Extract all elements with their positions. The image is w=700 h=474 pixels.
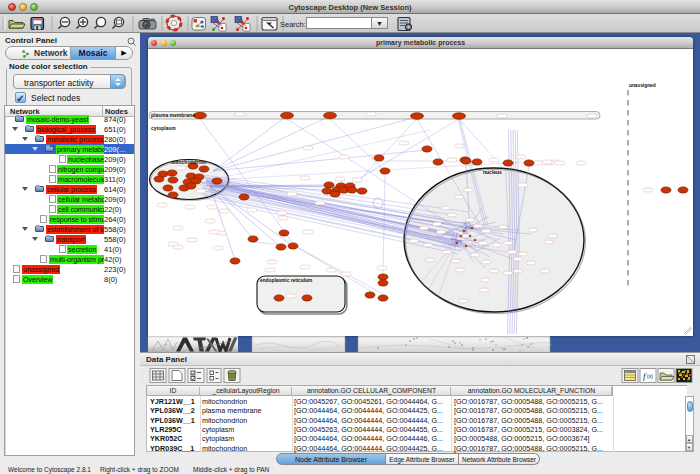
svg-text:cytoplasm: cytoplasm bbox=[151, 125, 176, 131]
svg-text:unassigned: unassigned bbox=[629, 83, 656, 88]
svg-text:endoplasmic reticulum: endoplasmic reticulum bbox=[260, 278, 312, 283]
svg-text:(x): (x) bbox=[647, 373, 653, 379]
svg-text:nucleus: nucleus bbox=[483, 169, 502, 175]
svg-text:plasma membrane: plasma membrane bbox=[151, 112, 195, 118]
svg-text:mitochondrion: mitochondrion bbox=[171, 159, 206, 165]
